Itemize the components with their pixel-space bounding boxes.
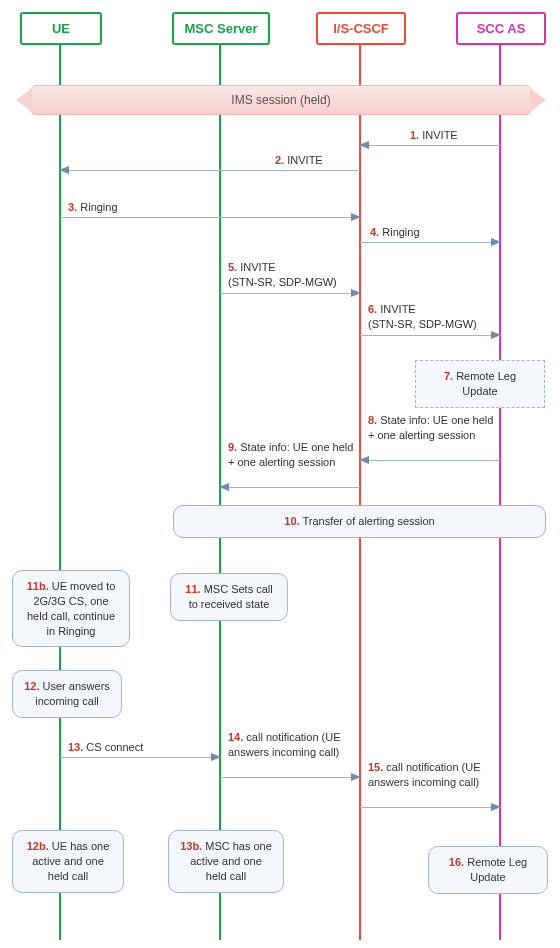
label-4: 4. Ringing xyxy=(370,225,420,240)
box-11b: 11b. UE moved to 2G/3G CS, one held call… xyxy=(12,570,130,647)
arrow-9 xyxy=(220,487,360,488)
arrow-6 xyxy=(360,335,500,336)
actor-ue: UE xyxy=(20,12,102,45)
arrow-15 xyxy=(360,807,500,808)
lifeline-cscf xyxy=(359,40,361,940)
label-6: 6. INVITE(STN-SR, SDP-MGW) xyxy=(368,302,503,332)
box-12: 12. User answers incoming call xyxy=(12,670,122,718)
actor-scc: SCC AS xyxy=(456,12,546,45)
label-15: 15. call notification (UE answers incomi… xyxy=(368,760,498,790)
label-1: 1. INVITE xyxy=(410,128,458,143)
label-14: 14. call notification (UE answers incomi… xyxy=(228,730,353,760)
lifeline-ue xyxy=(59,40,61,940)
arrow-5 xyxy=(220,293,360,294)
label-8: 8. State info: UE one held + one alertin… xyxy=(368,413,498,443)
box-12b: 12b. UE has one active and one held call xyxy=(12,830,124,893)
arrow-14 xyxy=(220,777,360,778)
arrow-8 xyxy=(360,460,500,461)
actor-cscf: I/S-CSCF xyxy=(316,12,406,45)
box-13b: 13b. MSC has one active and one held cal… xyxy=(168,830,284,893)
session-held-bar: IMS session (held) xyxy=(30,85,532,115)
box-11: 11. MSC Sets call to received state xyxy=(170,573,288,621)
label-2: 2. INVITE xyxy=(275,153,323,168)
label-3: 3. Ringing xyxy=(68,200,118,215)
sequence-diagram: UE MSC Server I/S-CSCF SCC AS IMS sessio… xyxy=(0,0,560,948)
label-9: 9. State info: UE one held + one alertin… xyxy=(228,440,358,470)
box-16: 16. Remote Leg Update xyxy=(428,846,548,894)
arrow-3 xyxy=(60,217,360,218)
arrow-13 xyxy=(60,757,220,758)
arrow-2 xyxy=(60,170,360,171)
label-5: 5. INVITE(STN-SR, SDP-MGW) xyxy=(228,260,358,290)
arrow-4 xyxy=(360,242,500,243)
arrow-1 xyxy=(360,145,500,146)
box-10: 10. Transfer of alerting session xyxy=(173,505,546,538)
label-13: 13. CS connect xyxy=(68,740,143,755)
box-7: 7. Remote Leg Update xyxy=(415,360,545,408)
actor-msc: MSC Server xyxy=(172,12,270,45)
